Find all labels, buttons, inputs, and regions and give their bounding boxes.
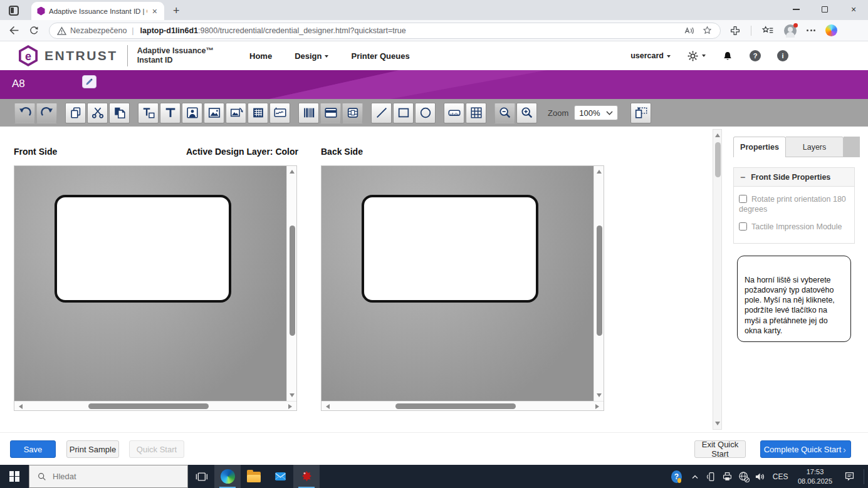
- circle-button[interactable]: [415, 103, 436, 123]
- collapse-icon[interactable]: −: [740, 172, 745, 182]
- portrait-button[interactable]: [182, 103, 202, 123]
- edit-design-name-button[interactable]: [82, 75, 97, 88]
- search-input[interactable]: [53, 472, 165, 481]
- back-design-area[interactable]: [322, 166, 593, 401]
- text-field-button[interactable]: [138, 103, 159, 123]
- user-menu[interactable]: usercard: [630, 51, 671, 60]
- magstripe-button[interactable]: [320, 103, 341, 123]
- zoom-out-button[interactable]: [494, 103, 515, 123]
- browser-menu-icon[interactable]: [807, 29, 815, 31]
- grid-button[interactable]: [466, 103, 486, 123]
- scroll-left-arrow[interactable]: [326, 404, 330, 409]
- tray-printer-button[interactable]: [720, 465, 735, 488]
- redo-button[interactable]: [36, 103, 57, 123]
- scroll-right-arrow[interactable]: [288, 404, 292, 409]
- new-tab-button[interactable]: +: [173, 5, 180, 16]
- print-sample-button[interactable]: Print Sample: [66, 440, 119, 458]
- scrollbar-thumb[interactable]: [290, 226, 295, 336]
- scroll-down-arrow[interactable]: [715, 422, 720, 425]
- tab-layers[interactable]: Layers: [786, 137, 844, 157]
- scrollbar-thumb[interactable]: [88, 403, 209, 409]
- settings-menu[interactable]: [687, 50, 706, 62]
- back-button[interactable]: [8, 24, 20, 36]
- paste-button[interactable]: [109, 103, 130, 123]
- back-card-design-surface[interactable]: [362, 195, 538, 303]
- static-text-button[interactable]: [160, 103, 180, 123]
- notifications-button[interactable]: [722, 50, 733, 62]
- tactile-impression-checkbox[interactable]: [739, 222, 747, 231]
- nav-printer-queues[interactable]: Printer Queues: [351, 51, 409, 61]
- smart-chip-button[interactable]: [342, 103, 363, 123]
- tray-expand-button[interactable]: [688, 465, 702, 488]
- start-button[interactable]: [0, 465, 29, 488]
- front-horizontal-scrollbar[interactable]: [14, 401, 296, 410]
- scroll-up-arrow[interactable]: [290, 170, 295, 174]
- read-aloud-icon[interactable]: [683, 26, 694, 36]
- file-explorer-button[interactable]: [241, 465, 267, 488]
- section-header[interactable]: − Front Side Properties: [734, 168, 854, 187]
- address-bar[interactable]: Nezabezpečeno | laptop-d1lin6d1 :9800/tr…: [49, 23, 721, 39]
- tray-network-button[interactable]: [736, 465, 751, 488]
- tray-help-button[interactable]: ?: [671, 465, 686, 488]
- zoom-in-button[interactable]: [516, 103, 537, 123]
- barcode-button[interactable]: [298, 103, 319, 123]
- show-desktop-button[interactable]: [864, 469, 864, 484]
- info-button[interactable]: i: [777, 50, 788, 61]
- tray-phone-button[interactable]: [704, 465, 718, 488]
- scrollbar-thumb[interactable]: [715, 142, 721, 177]
- scroll-down-arrow[interactable]: [597, 393, 602, 397]
- browser-tab[interactable]: Adaptive Issuance Instant ID | Cre ×: [31, 2, 164, 20]
- copilot-icon[interactable]: [825, 24, 837, 36]
- edge-taskbar-button[interactable]: [214, 465, 241, 488]
- card-orientation-button[interactable]: [630, 103, 651, 123]
- profile-avatar[interactable]: [784, 24, 797, 37]
- action-center-button[interactable]: [842, 465, 857, 488]
- rectangle-button[interactable]: [393, 103, 414, 123]
- tab-close-icon[interactable]: ×: [151, 7, 159, 16]
- ruler-button[interactable]: [444, 103, 464, 123]
- dynamic-image-button[interactable]: [226, 103, 246, 123]
- scroll-up-arrow[interactable]: [715, 133, 720, 137]
- scroll-down-arrow[interactable]: [290, 393, 295, 397]
- window-maximize-button[interactable]: [810, 0, 839, 19]
- tab-actions-icon[interactable]: [9, 6, 19, 16]
- exit-quick-start-button[interactable]: Exit Quick Start: [694, 440, 746, 458]
- window-minimize-button[interactable]: [782, 0, 810, 19]
- language-indicator[interactable]: CES: [768, 472, 793, 481]
- line-button[interactable]: [371, 103, 392, 123]
- front-design-area[interactable]: [14, 166, 286, 401]
- back-vertical-scrollbar[interactable]: [593, 166, 604, 401]
- rotate-print-checkbox[interactable]: [739, 195, 747, 203]
- cut-button[interactable]: [87, 103, 108, 123]
- front-vertical-scrollbar[interactable]: [286, 166, 296, 401]
- save-button[interactable]: Save: [10, 440, 56, 458]
- scroll-right-arrow[interactable]: [595, 404, 599, 409]
- front-card-design-surface[interactable]: [55, 195, 231, 303]
- image-button[interactable]: [204, 103, 224, 123]
- undo-button[interactable]: [14, 103, 35, 123]
- mail-button[interactable]: [267, 465, 293, 488]
- scrollbar-thumb[interactable]: [395, 403, 516, 409]
- nav-home[interactable]: Home: [249, 51, 272, 61]
- task-view-button[interactable]: [188, 465, 214, 488]
- help-button[interactable]: ?: [750, 50, 761, 61]
- favorite-star-icon[interactable]: [702, 25, 713, 36]
- scroll-up-arrow[interactable]: [597, 170, 602, 174]
- back-horizontal-scrollbar[interactable]: [322, 401, 604, 410]
- favorites-bar-icon[interactable]: [761, 25, 774, 36]
- taskbar-clock[interactable]: 17:53 08.06.2025: [795, 467, 836, 485]
- nav-design[interactable]: Design: [295, 51, 328, 61]
- red-app-button[interactable]: [293, 465, 320, 488]
- copy-button[interactable]: [65, 103, 86, 123]
- window-close-button[interactable]: ×: [839, 0, 868, 19]
- signature-button[interactable]: [269, 103, 290, 123]
- tray-volume-button[interactable]: [753, 465, 767, 488]
- browser-essentials-icon[interactable]: [729, 25, 741, 36]
- zoom-select[interactable]: 100%: [574, 105, 618, 120]
- quick-start-button[interactable]: Quick Start: [129, 440, 184, 458]
- complete-quick-start-button[interactable]: Complete Quick Start ›: [760, 440, 851, 458]
- page-vertical-scrollbar[interactable]: [713, 129, 722, 430]
- form-button[interactable]: [248, 103, 268, 123]
- scrollbar-thumb[interactable]: [597, 226, 602, 336]
- scroll-left-arrow[interactable]: [19, 404, 23, 409]
